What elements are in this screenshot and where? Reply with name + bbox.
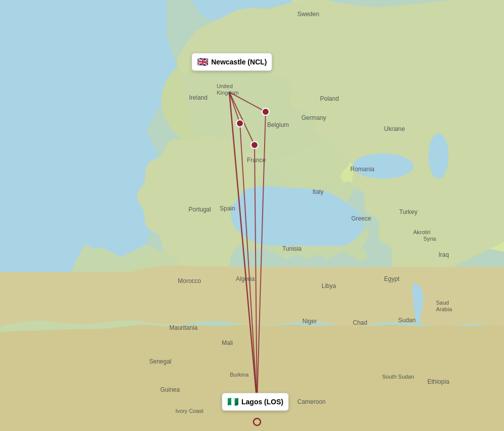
svg-text:Spain: Spain [220, 205, 235, 212]
svg-text:United: United [217, 83, 233, 89]
svg-text:Cameroon: Cameroon [297, 398, 326, 405]
svg-text:Sudan: Sudan [398, 317, 416, 324]
newcastle-text: Newcastle (NCL) [211, 58, 267, 66]
svg-text:Ivory Coast: Ivory Coast [175, 408, 204, 414]
svg-text:France: France [247, 157, 266, 164]
svg-text:Senegal: Senegal [149, 358, 171, 365]
newcastle-label[interactable]: 🇬🇧 Newcastle (NCL) [192, 53, 272, 71]
svg-text:South Sudan: South Sudan [382, 374, 414, 380]
svg-text:Syria: Syria [423, 236, 436, 242]
svg-text:Ireland: Ireland [189, 94, 208, 101]
svg-text:Burkina: Burkina [230, 372, 249, 378]
svg-text:Guinea: Guinea [160, 386, 180, 393]
svg-text:Belgium: Belgium [267, 121, 289, 128]
svg-text:Italy: Italy [312, 188, 324, 195]
svg-text:Chad: Chad [353, 319, 367, 326]
svg-text:Arabia: Arabia [436, 306, 453, 312]
svg-text:Sweden: Sweden [297, 11, 319, 18]
svg-text:Kingdom: Kingdom [217, 90, 238, 96]
lagos-text: Lagos (LOS) [241, 398, 283, 406]
nigeria-flag: 🇳🇬 [227, 396, 238, 407]
svg-text:Niger: Niger [302, 318, 317, 325]
svg-point-3 [428, 133, 449, 179]
svg-text:Algeria: Algeria [236, 275, 255, 282]
svg-text:Mali: Mali [222, 339, 233, 346]
uk-flag: 🇬🇧 [197, 56, 208, 67]
svg-point-13 [251, 141, 258, 149]
svg-text:Saud: Saud [436, 300, 449, 306]
svg-text:Romania: Romania [350, 166, 374, 173]
svg-text:Greece: Greece [351, 215, 371, 222]
svg-text:Ethiopia: Ethiopia [427, 378, 450, 385]
svg-text:Tunisia: Tunisia [282, 245, 302, 252]
svg-text:Poland: Poland [320, 95, 339, 102]
map-container: Sweden Ireland United Kingdom Belgium Ge… [0, 0, 504, 431]
svg-text:Turkey: Turkey [399, 208, 417, 216]
svg-point-12 [236, 120, 243, 127]
lagos-label[interactable]: 🇳🇬 Lagos (LOS) [222, 393, 289, 411]
svg-text:Libya: Libya [322, 282, 336, 290]
svg-text:Ukraine: Ukraine [384, 125, 405, 132]
svg-text:Morocco: Morocco [178, 277, 201, 284]
svg-text:Akrotiri: Akrotiri [413, 229, 430, 235]
svg-text:Mauritania: Mauritania [169, 324, 198, 331]
svg-text:Germany: Germany [301, 114, 326, 121]
svg-text:Iraq: Iraq [438, 251, 449, 258]
svg-point-11 [262, 108, 269, 115]
svg-text:Portugal: Portugal [188, 206, 211, 213]
svg-text:Egypt: Egypt [384, 275, 400, 282]
